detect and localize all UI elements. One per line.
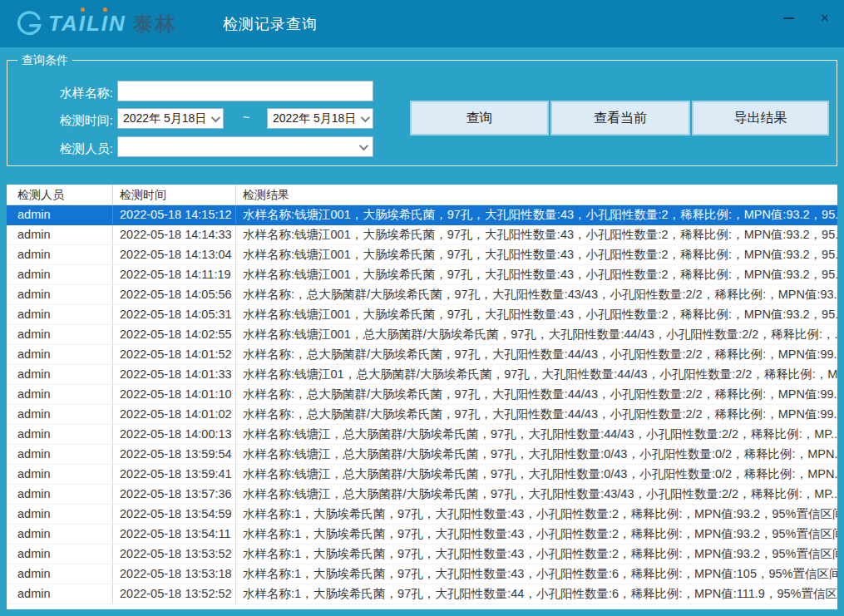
- date-to-value: 2022年 5月18日: [273, 111, 356, 126]
- detect-person-label: 检测人员:: [53, 141, 113, 157]
- table-row[interactable]: admin 2022-05-18 14:01:52 水样名称:，总大肠菌群/大肠…: [7, 345, 837, 365]
- cell-time: 2022-05-18 13:54:59: [113, 505, 236, 524]
- cell-person: admin: [7, 245, 113, 264]
- cell-time: 2022-05-18 14:01:33: [113, 365, 236, 384]
- cell-result: 水样名称:钱塘江，总大肠菌群/大肠埃希氏菌，97孔，大孔阳性数量:0/43，小孔…: [236, 445, 837, 464]
- view-current-button[interactable]: 查看当前: [551, 101, 689, 135]
- cell-time: 2022-05-18 13:54:11: [113, 525, 236, 544]
- cell-time: 2022-05-18 14:11:19: [113, 265, 236, 284]
- date-to-picker[interactable]: 2022年 5月18日: [267, 108, 373, 129]
- cell-result: 水样名称:钱塘江001，大肠埃希氏菌，97孔，大孔阳性数量:43，小孔阳性数量:…: [236, 225, 837, 244]
- chevron-down-icon: [361, 112, 370, 121]
- table-row[interactable]: admin 2022-05-18 14:15:12 水样名称:钱塘江001，大肠…: [7, 205, 837, 225]
- cell-time: 2022-05-18 13:53:18: [113, 564, 236, 584]
- cell-person: admin: [7, 265, 113, 284]
- cell-result: 水样名称:钱塘江001，总大肠菌群/大肠埃希氏菌，97孔，大孔阳性数量:44/4…: [236, 325, 837, 344]
- table-row[interactable]: admin 2022-05-18 14:01:02 水样名称:，总大肠菌群/大肠…: [7, 405, 837, 425]
- table-row[interactable]: admin 2022-05-18 13:54:11 水样名称:1，大肠埃希氏菌，…: [7, 525, 837, 545]
- cell-person: admin: [7, 225, 113, 244]
- cell-person: admin: [7, 305, 113, 324]
- cell-result: 水样名称:钱塘江001，大肠埃希氏菌，97孔，大孔阳性数量:43，小孔阳性数量:…: [236, 305, 837, 324]
- cell-person: admin: [7, 564, 113, 584]
- sample-name-label: 水样名称:: [53, 86, 113, 101]
- cell-person: admin: [7, 365, 113, 384]
- cell-result: 水样名称:钱塘江001，大肠埃希氏菌，97孔，大孔阳性数量:43，小孔阳性数量:…: [236, 245, 837, 264]
- cell-time: 2022-05-18 13:59:54: [113, 445, 236, 464]
- column-header-time[interactable]: 检测时间: [113, 185, 236, 205]
- cell-person: admin: [7, 485, 113, 504]
- table-header-row: 检测人员 检测时间 检测结果: [7, 185, 837, 205]
- cell-time: 2022-05-18 14:02:55: [113, 325, 236, 344]
- table-row[interactable]: admin 2022-05-18 13:52:52 水样名称:1，大肠埃希氏菌，…: [7, 584, 837, 604]
- cell-person: admin: [7, 584, 113, 604]
- cell-person: admin: [7, 385, 113, 404]
- query-panel-title: 查询条件: [17, 53, 72, 68]
- cell-time: 2022-05-18 13:57:36: [113, 485, 236, 504]
- cell-result: 水样名称:钱塘江001，大肠埃希氏菌，97孔，大孔阳性数量:43，小孔阳性数量:…: [236, 265, 837, 284]
- cell-time: 2022-05-18 14:13:04: [113, 245, 236, 264]
- column-header-person[interactable]: 检测人员: [7, 185, 113, 205]
- table-row[interactable]: admin 2022-05-18 14:05:56 水样名称:，总大肠菌群/大肠…: [7, 285, 837, 305]
- chevron-down-icon: [211, 112, 220, 121]
- table-row[interactable]: admin 2022-05-18 13:57:36 水样名称:钱塘江，总大肠菌群…: [7, 485, 837, 505]
- date-from-picker[interactable]: 2022年 5月18日: [117, 108, 224, 129]
- query-button[interactable]: 查询: [411, 101, 548, 135]
- cell-time: 2022-05-18 14:15:12: [113, 205, 236, 224]
- cell-person: admin: [7, 445, 113, 464]
- query-conditions-panel: 查询条件 水样名称: 检测时间: 2022年 5月18日 ~ 2022年 5月1…: [7, 60, 837, 166]
- cell-time: 2022-05-18 14:01:52: [113, 345, 236, 364]
- cell-time: 2022-05-18 14:01:10: [113, 385, 236, 404]
- cell-person: admin: [7, 405, 113, 424]
- cell-time: 2022-05-18 13:52:52: [113, 584, 236, 604]
- table-row[interactable]: admin 2022-05-18 14:11:19 水样名称:钱塘江001，大肠…: [7, 265, 837, 285]
- table-row[interactable]: admin 2022-05-18 13:53:52 水样名称:1，大肠埃希氏菌，…: [7, 545, 837, 564]
- cell-result: 水样名称:，总大肠菌群/大肠埃希氏菌，97孔，大孔阳性数量:44/43，小孔阳性…: [236, 345, 837, 364]
- cell-result: 水样名称:钱塘江，总大肠菌群/大肠埃希氏菌，97孔，大孔阳性数量:0/43，小孔…: [236, 465, 837, 484]
- cell-result: 水样名称:，总大肠菌群/大肠埃希氏菌，97孔，大孔阳性数量:44/43，小孔阳性…: [236, 385, 837, 404]
- cell-result: 水样名称:1，大肠埃希氏菌，97孔，大孔阳性数量:43，小孔阳性数量:6，稀释比…: [236, 564, 837, 584]
- cell-result: 水样名称:，总大肠菌群/大肠埃希氏菌，97孔，大孔阳性数量:43/43，小孔阳性…: [236, 285, 837, 304]
- table-row[interactable]: admin 2022-05-18 14:13:04 水样名称:钱塘江001，大肠…: [7, 245, 837, 265]
- detect-person-select[interactable]: [117, 136, 373, 157]
- window-title: 检测记录查询: [223, 14, 318, 34]
- table-row[interactable]: admin 2022-05-18 14:14:33 水样名称:钱塘江001，大肠…: [7, 225, 837, 245]
- cell-person: admin: [7, 545, 113, 564]
- minimize-button[interactable]: [776, 8, 801, 28]
- brand-name: TAILIN: [48, 11, 126, 37]
- cell-result: 水样名称:1，大肠埃希氏菌，97孔，大孔阳性数量:44，小孔阳性数量:6，稀释比…: [236, 584, 837, 604]
- table-row[interactable]: admin 2022-05-18 13:54:59 水样名称:1，大肠埃希氏菌，…: [7, 505, 837, 525]
- sample-name-input[interactable]: [117, 81, 373, 101]
- cell-result: 水样名称:1，大肠埃希氏菌，97孔，大孔阳性数量:43，小孔阳性数量:2，稀释比…: [236, 545, 837, 564]
- table-row[interactable]: admin 2022-05-18 14:05:31 水样名称:钱塘江001，大肠…: [7, 305, 837, 325]
- cell-time: 2022-05-18 14:01:02: [113, 405, 236, 424]
- tailin-logo: TAILIN 泰林: [15, 10, 178, 38]
- cell-time: 2022-05-18 13:53:52: [113, 545, 236, 564]
- cell-time: 2022-05-18 14:05:31: [113, 305, 236, 324]
- cell-result: 水样名称:1，大肠埃希氏菌，97孔，大孔阳性数量:43，小孔阳性数量:2，稀释比…: [236, 505, 837, 524]
- cell-person: admin: [7, 425, 113, 444]
- table-row[interactable]: admin 2022-05-18 14:02:55 水样名称:钱塘江001，总大…: [7, 325, 837, 345]
- cell-time: 2022-05-18 14:00:13: [113, 425, 236, 444]
- logo-g-icon: [15, 10, 43, 38]
- cell-person: admin: [7, 525, 113, 544]
- table-row[interactable]: admin 2022-05-18 13:53:18 水样名称:1，大肠埃希氏菌，…: [7, 564, 837, 584]
- cell-person: admin: [7, 205, 113, 224]
- cell-result: 水样名称:钱塘江01，总大肠菌群/大肠埃希氏菌，97孔，大孔阳性数量:44/43…: [236, 365, 837, 384]
- minimize-icon: [783, 17, 794, 19]
- brand-name-cn: 泰林: [133, 11, 178, 37]
- date-range-separator: ~: [243, 111, 249, 124]
- table-row[interactable]: admin 2022-05-18 13:59:54 水样名称:钱塘江，总大肠菌群…: [7, 445, 837, 465]
- table-row[interactable]: admin 2022-05-18 14:01:10 水样名称:，总大肠菌群/大肠…: [7, 385, 837, 405]
- column-header-result[interactable]: 检测结果: [236, 185, 837, 205]
- table-row[interactable]: admin 2022-05-18 14:01:33 水样名称:钱塘江01，总大肠…: [7, 365, 837, 385]
- export-result-button[interactable]: 导出结果: [693, 101, 828, 135]
- cell-time: 2022-05-18 13:59:41: [113, 465, 236, 484]
- results-table: 检测人员 检测时间 检测结果 admin 2022-05-18 14:15:12…: [7, 185, 837, 609]
- table-row[interactable]: admin 2022-05-18 14:00:13 水样名称:钱塘江，总大肠菌群…: [7, 425, 837, 445]
- close-button[interactable]: ×: [812, 8, 837, 28]
- cell-person: admin: [7, 465, 113, 484]
- cell-time: 2022-05-18 14:14:33: [113, 225, 236, 244]
- cell-result: 水样名称:1，大肠埃希氏菌，97孔，大孔阳性数量:43，小孔阳性数量:2，稀释比…: [236, 525, 837, 544]
- cell-result: 水样名称:钱塘江，总大肠菌群/大肠埃希氏菌，97孔，大孔阳性数量:43/43，小…: [236, 485, 837, 504]
- table-row[interactable]: admin 2022-05-18 13:59:41 水样名称:钱塘江，总大肠菌群…: [7, 465, 837, 485]
